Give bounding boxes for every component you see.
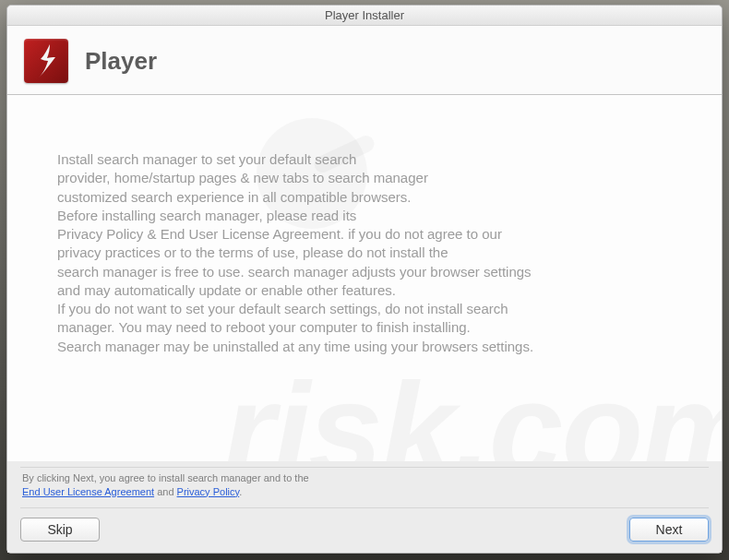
body-text: Install search manager to set your defau… — [57, 150, 672, 356]
disclaimer-prefix: By clicking Next, you agree to install s… — [22, 472, 309, 483]
flash-player-icon — [24, 39, 68, 83]
next-button[interactable]: Next — [629, 518, 709, 542]
disclaimer-and: and — [154, 486, 176, 497]
eula-link[interactable]: End User License Agreement — [22, 486, 154, 497]
installer-window: Player Installer Player Install search m… — [6, 5, 723, 554]
disclaimer-text: By clicking Next, you agree to install s… — [20, 467, 709, 508]
watermark-text: risk.com — [223, 353, 722, 461]
header: Player — [7, 26, 722, 95]
privacy-policy-link[interactable]: Privacy Policy — [177, 486, 240, 497]
skip-button[interactable]: Skip — [20, 518, 100, 542]
button-row: Skip Next — [20, 508, 709, 542]
content-area: Install search manager to set your defau… — [7, 95, 722, 461]
window-title: Player Installer — [7, 6, 722, 26]
footer: By clicking Next, you agree to install s… — [7, 461, 722, 553]
app-title: Player — [85, 47, 157, 76]
disclaimer-period: . — [239, 486, 242, 497]
